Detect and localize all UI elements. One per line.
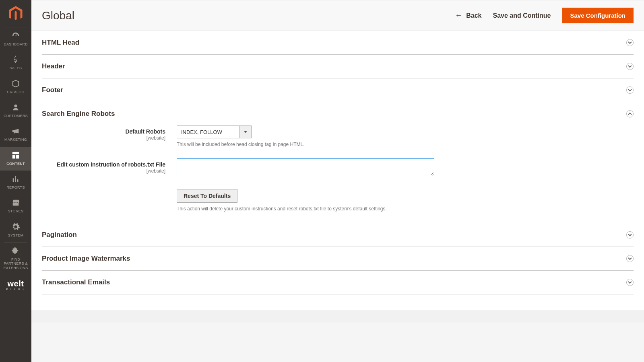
section-footer: Footer — [42, 78, 634, 102]
nav-label: FIND PARTNERS & EXTENSIONS — [2, 257, 30, 270]
save-continue-button[interactable]: Save and Continue — [493, 12, 551, 19]
default-robots-select[interactable]: INDEX, FOLLOW — [177, 125, 252, 138]
admin-sidebar: DASHBOARD SALES CATALOG CUSTOMERS MARKET… — [0, 0, 31, 362]
main-content: Global ← Back Save and Continue Save Con… — [31, 0, 644, 362]
nav-label: SALES — [10, 66, 22, 70]
nav-label: SYSTEM — [8, 233, 24, 237]
dashboard-icon — [11, 31, 20, 40]
section-header-cfg: Header — [42, 55, 634, 78]
caret-down-icon — [239, 126, 251, 138]
field-label: Default Robots — [42, 128, 165, 135]
page-header: Global ← Back Save and Continue Save Con… — [31, 0, 644, 31]
field-label-col: Default Robots [website] — [42, 125, 177, 141]
nav-label: CATALOG — [7, 90, 25, 94]
field-default-robots: Default Robots [website] INDEX, FOLLOW T… — [42, 125, 634, 147]
nav-label: CONTENT — [6, 162, 25, 166]
person-icon — [11, 103, 20, 112]
field-input-col: Reset To Defaults This action will delet… — [177, 189, 458, 212]
select-value: INDEX, FOLLOW — [177, 126, 239, 138]
section-title: Pagination — [42, 231, 77, 239]
section-header-watermarks[interactable]: Product Image Watermarks — [42, 247, 634, 270]
sidebar-item-catalog[interactable]: CATALOG — [0, 75, 31, 99]
store-icon — [11, 198, 20, 207]
section-header-html-head[interactable]: HTML Head — [42, 31, 634, 54]
chevron-down-icon — [626, 63, 634, 70]
section-header-emails[interactable]: Transactional Emails — [42, 271, 634, 294]
gear-icon — [11, 222, 20, 231]
arrow-left-icon: ← — [455, 11, 462, 20]
page-title: Global — [42, 9, 455, 22]
box-icon — [11, 79, 20, 88]
section-watermarks: Product Image Watermarks — [42, 247, 634, 271]
dollar-icon — [11, 55, 20, 64]
back-button[interactable]: ← Back — [455, 11, 481, 20]
chevron-down-icon — [626, 231, 634, 239]
nav-label: DASHBOARD — [4, 42, 28, 46]
nav-label: STORES — [8, 209, 24, 213]
section-title: HTML Head — [42, 39, 79, 47]
chevron-down-icon — [626, 39, 634, 46]
section-title: Header — [42, 62, 65, 70]
section-pagination: Pagination — [42, 223, 634, 247]
section-body-search-robots: Default Robots [website] INDEX, FOLLOW T… — [42, 125, 634, 223]
chevron-down-icon — [626, 86, 634, 94]
field-input-col — [177, 158, 458, 178]
help-text: This action will delete your custom inst… — [177, 206, 458, 212]
sidebar-item-system[interactable]: SYSTEM — [0, 218, 31, 242]
custom-robots-textarea[interactable] — [177, 158, 434, 176]
section-header-header[interactable]: Header — [42, 55, 634, 78]
puzzle-icon — [11, 247, 20, 255]
nav-label: MARKETING — [4, 138, 27, 142]
chevron-up-icon — [626, 110, 634, 117]
nav-label: CUSTOMERS — [4, 114, 28, 118]
page-actions: ← Back Save and Continue Save Configurat… — [455, 8, 634, 23]
section-header-search-robots[interactable]: Search Engine Robots — [42, 102, 634, 125]
page-footer-gap — [31, 311, 644, 323]
section-header-footer[interactable]: Footer — [42, 78, 634, 102]
field-scope: [website] — [42, 168, 165, 174]
chevron-down-icon — [626, 255, 634, 262]
megaphone-icon — [11, 127, 20, 136]
field-input-col: INDEX, FOLLOW This will be included befo… — [177, 125, 458, 147]
field-scope: [website] — [42, 135, 165, 141]
sidebar-item-content[interactable]: CONTENT — [0, 147, 31, 171]
magento-logo-icon — [9, 6, 23, 21]
field-label: Edit custom instruction of robots.txt Fi… — [42, 161, 165, 168]
welt-brand: welt — [2, 280, 29, 288]
magento-logo[interactable] — [4, 0, 27, 27]
field-label-col — [42, 189, 177, 192]
field-custom-robots: Edit custom instruction of robots.txt Fi… — [42, 158, 634, 178]
back-label: Back — [466, 12, 481, 19]
config-content: HTML Head Header Footer — [31, 31, 644, 311]
field-label-col: Edit custom instruction of robots.txt Fi… — [42, 158, 177, 174]
chart-icon — [11, 175, 20, 183]
welt-sub: P I X E L — [2, 288, 29, 290]
help-text: This will be included before head closin… — [177, 142, 458, 147]
sidebar-item-sales[interactable]: SALES — [0, 51, 31, 75]
section-emails: Transactional Emails — [42, 271, 634, 294]
chevron-down-icon — [626, 279, 634, 286]
sidebar-item-partners[interactable]: FIND PARTNERS & EXTENSIONS — [0, 243, 31, 275]
weltpixel-logo[interactable]: welt P I X E L — [0, 276, 31, 294]
section-title: Footer — [42, 86, 63, 94]
field-reset-robots: Reset To Defaults This action will delet… — [42, 189, 634, 212]
sidebar-item-marketing[interactable]: MARKETING — [0, 123, 31, 146]
nav-label: REPORTS — [6, 185, 25, 189]
section-title: Product Image Watermarks — [42, 255, 130, 263]
section-html-head: HTML Head — [42, 31, 634, 55]
section-title: Search Engine Robots — [42, 110, 115, 118]
layout-icon — [11, 151, 20, 160]
reset-defaults-button[interactable]: Reset To Defaults — [177, 189, 237, 203]
sidebar-item-dashboard[interactable]: DASHBOARD — [0, 27, 31, 51]
sidebar-item-stores[interactable]: STORES — [0, 194, 31, 218]
sidebar-item-customers[interactable]: CUSTOMERS — [0, 99, 31, 123]
sidebar-item-reports[interactable]: REPORTS — [0, 171, 31, 194]
section-search-robots: Search Engine Robots Default Robots [web… — [42, 102, 634, 223]
section-title: Transactional Emails — [42, 278, 110, 286]
section-header-pagination[interactable]: Pagination — [42, 223, 634, 247]
save-configuration-button[interactable]: Save Configuration — [562, 8, 634, 23]
